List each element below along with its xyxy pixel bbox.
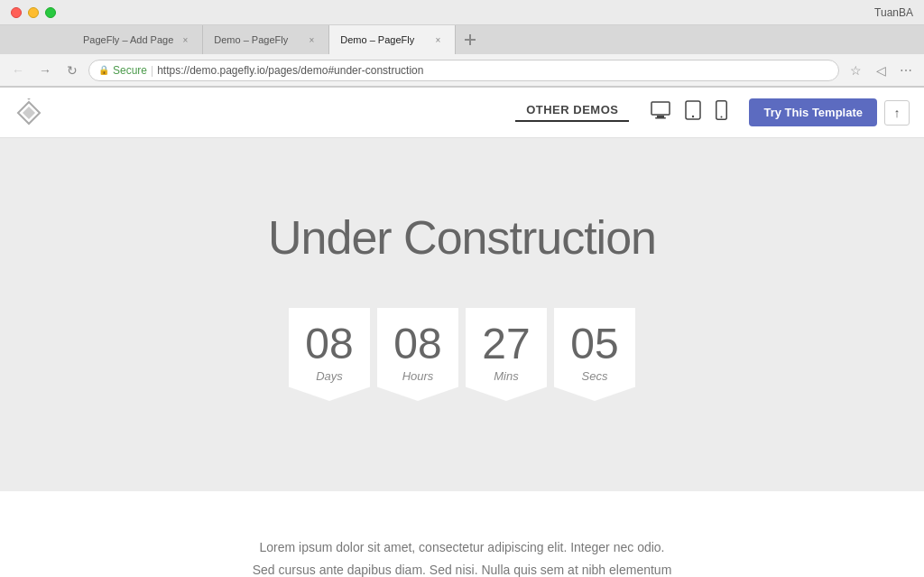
address-bar: ← → ↻ 🔒 Secure | https://demo.pagefly.io… <box>0 54 924 87</box>
try-template-button[interactable]: Try This Template <box>749 98 877 126</box>
countdown-days-banner: 08 Days <box>289 308 370 401</box>
new-tab-button[interactable] <box>456 25 485 54</box>
countdown-days: 08 Days <box>289 308 370 401</box>
more-button[interactable]: ⋯ <box>895 60 917 81</box>
countdown-secs-label: Secs <box>582 369 608 383</box>
forward-button[interactable]: → <box>34 60 56 81</box>
tab-3[interactable]: Demo – PageFly × <box>329 25 456 54</box>
tab-1-close[interactable]: × <box>179 33 191 46</box>
countdown-mins-label: Mins <box>494 369 518 383</box>
logo <box>14 98 43 127</box>
mobile-icon[interactable] <box>716 100 727 125</box>
tab-1-label: PageFly – Add Page <box>83 34 173 45</box>
countdown-secs: 05 Secs <box>554 308 635 401</box>
nav-links: OTHER DEMOS <box>515 103 629 122</box>
svg-rect-2 <box>21 98 37 100</box>
tab-1[interactable]: PageFly – Add Page × <box>72 25 203 54</box>
svg-point-11 <box>721 116 723 118</box>
minimize-window-button[interactable] <box>28 7 39 18</box>
other-demos-link[interactable]: OTHER DEMOS <box>515 103 629 122</box>
countdown-days-value: 08 <box>305 322 353 366</box>
desktop-icon[interactable] <box>651 100 670 125</box>
close-window-button[interactable] <box>11 7 22 18</box>
back-button[interactable]: ← <box>7 60 29 81</box>
maximize-window-button[interactable] <box>45 7 56 18</box>
svg-rect-6 <box>657 116 664 117</box>
reload-button[interactable]: ↻ <box>61 60 83 81</box>
svg-rect-1 <box>465 39 476 41</box>
url-separator: | <box>151 64 153 77</box>
countdown-days-label: Days <box>316 369 343 383</box>
svg-rect-5 <box>651 102 670 115</box>
lorem-text: Lorem ipsum dolor sit amet, consectetur … <box>236 536 688 577</box>
extensions-button[interactable]: ◁ <box>870 60 892 81</box>
window-controls <box>11 7 56 18</box>
url-bar[interactable]: 🔒 Secure | https://demo.pagefly.io/pages… <box>88 60 839 81</box>
hero-section: Under Construction 08 Days 08 Hours 27 M… <box>0 138 924 491</box>
countdown-secs-value: 05 <box>570 322 618 366</box>
username: TuanBA <box>874 6 913 19</box>
url-text: https://demo.pagefly.io/pages/demo#under… <box>157 64 423 77</box>
window-chrome: TuanBA PageFly – Add Page × Demo – PageF… <box>0 0 924 88</box>
tab-2-label: Demo – PageFly <box>214 34 288 45</box>
tab-2-close[interactable]: × <box>305 33 318 46</box>
countdown-hours-label: Hours <box>402 369 434 383</box>
title-bar: TuanBA <box>0 0 924 25</box>
tabs-bar: PageFly – Add Page × Demo – PageFly × De… <box>0 25 924 54</box>
secure-icon: 🔒 <box>98 65 109 75</box>
tab-2[interactable]: Demo – PageFly × <box>203 25 329 54</box>
countdown-hours-banner: 08 Hours <box>377 308 458 401</box>
countdown-mins: 27 Mins <box>466 308 547 401</box>
page-content: Under Construction 08 Days 08 Hours 27 M… <box>0 138 924 577</box>
lorem-line2: Sed cursus ante dapibus diam. Sed nisi. … <box>253 563 672 577</box>
countdown: 08 Days 08 Hours 27 Mins 05 Secs <box>285 308 639 401</box>
tab-3-label: Demo – PageFly <box>340 34 414 45</box>
app-toolbar: OTHER DEMOS Try This Template ↑ <box>0 88 924 138</box>
countdown-secs-banner: 05 Secs <box>554 308 635 401</box>
svg-rect-7 <box>655 117 666 119</box>
countdown-mins-value: 27 <box>482 322 530 366</box>
countdown-mins-banner: 27 Mins <box>466 308 547 401</box>
bookmark-button[interactable]: ☆ <box>845 60 866 81</box>
svg-marker-4 <box>23 107 35 119</box>
countdown-hours: 08 Hours <box>377 308 458 401</box>
bottom-section: Lorem ipsum dolor sit amet, consectetur … <box>0 491 924 577</box>
device-icons <box>651 100 727 125</box>
countdown-hours-value: 08 <box>393 322 441 366</box>
lorem-line1: Lorem ipsum dolor sit amet, consectetur … <box>259 540 664 554</box>
scroll-up-button[interactable]: ↑ <box>884 100 910 126</box>
tablet-icon[interactable] <box>685 100 701 125</box>
tab-3-close[interactable]: × <box>431 33 444 46</box>
svg-point-9 <box>692 116 694 117</box>
secure-label: Secure <box>113 64 147 77</box>
address-actions: ☆ ◁ ⋯ <box>845 60 917 81</box>
hero-title: Under Construction <box>268 210 656 265</box>
